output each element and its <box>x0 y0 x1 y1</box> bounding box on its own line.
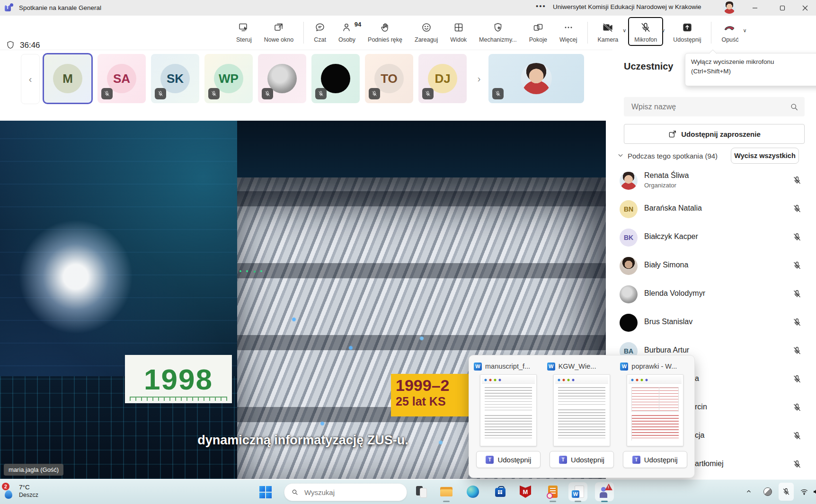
weather-widget[interactable]: 2 7°C Deszcz <box>3 483 38 499</box>
minimize-button[interactable] <box>744 0 766 16</box>
muted-mic-badge <box>492 88 504 99</box>
strip-tile[interactable]: SA <box>98 54 146 103</box>
maximize-button[interactable] <box>772 0 793 16</box>
nowe-okno-button[interactable]: Nowe okno <box>258 17 300 46</box>
muted-mic-badge <box>315 88 327 99</box>
steruj-button[interactable]: Steruj <box>230 17 258 46</box>
share-document-button[interactable]: T Udostępnij <box>623 451 687 468</box>
document-thumbnail[interactable] <box>553 374 610 446</box>
strip-tile[interactable] <box>258 54 306 103</box>
mic-options-chevron[interactable]: ∨ <box>661 27 665 34</box>
overlapping-windows-icon[interactable] <box>413 484 429 500</box>
strip-scroll-right[interactable]: › <box>471 54 487 103</box>
share-document-button[interactable]: T Udostępnij <box>550 451 614 468</box>
file-explorer-icon[interactable] <box>438 484 454 500</box>
teams-taskbar-icon[interactable] <box>595 482 614 501</box>
participant-row[interactable]: Biały Simona <box>612 252 816 280</box>
hang-up-icon <box>724 22 736 35</box>
participant-muted-mic-icon[interactable] <box>792 460 802 471</box>
word-icon: W <box>620 363 628 371</box>
tray-volume-icon[interactable] <box>810 479 816 504</box>
teams-icon: T <box>632 456 640 464</box>
participant-muted-mic-icon[interactable] <box>792 318 802 329</box>
strip-scroll-left[interactable]: ‹ <box>21 54 40 104</box>
document-card[interactable]: W manuscript_f... T Udostępnij <box>474 360 543 473</box>
word-taskbar-icon[interactable]: W <box>568 482 587 501</box>
share-invite-button[interactable]: Udostępnij zaproszenie <box>624 124 805 144</box>
edge-browser-icon[interactable] <box>465 484 481 500</box>
participant-search[interactable] <box>624 97 805 116</box>
participant-muted-mic-icon[interactable] <box>792 431 802 442</box>
mechanizmy-button[interactable]: Mechanizmy... <box>473 17 523 46</box>
kamera-button[interactable]: Kamera <box>592 17 625 46</box>
section-collapse-chevron[interactable] <box>617 152 624 160</box>
participant-muted-mic-icon[interactable] <box>792 176 802 187</box>
camera-options-chevron[interactable]: ∨ <box>622 27 626 34</box>
microsoft-store-icon[interactable] <box>492 484 508 500</box>
toolbar-divider <box>303 22 304 44</box>
zareaguj-button[interactable]: Zareaguj <box>408 17 444 46</box>
breakout-rooms-icon <box>532 22 544 35</box>
presenter-name-chip: maria.jagla (Gość) <box>4 464 63 476</box>
strip-tile[interactable]: TO <box>365 54 413 103</box>
weather-desc: Deszcz <box>19 492 38 498</box>
udostepnij-button[interactable]: Udostępnij <box>667 17 707 46</box>
muted-mic-badge <box>155 88 166 99</box>
document-thumbnail[interactable] <box>627 374 683 446</box>
weather-rain-icon: 2 <box>3 483 15 499</box>
opusc-button[interactable]: Opuść <box>715 17 745 46</box>
participant-muted-mic-icon[interactable] <box>792 403 802 414</box>
meeting-toolbar: 36:46 Steruj Nowe okno Czat 94 Osoby <box>0 16 816 50</box>
share-document-button[interactable]: T Udostępnij <box>476 451 541 468</box>
strip-tile[interactable]: DJ <box>418 54 467 103</box>
participant-row[interactable]: BN Barańska Natalia <box>612 195 816 223</box>
strip-tile[interactable] <box>311 54 360 103</box>
podnies-reke-button[interactable]: Podnieś rękę <box>362 17 408 46</box>
mute-all-button[interactable]: Wycisz wszystkich <box>731 148 799 164</box>
czat-button[interactable]: Czat <box>308 17 332 46</box>
year-1998-overlay: 1998 <box>125 355 232 403</box>
close-button[interactable] <box>794 0 816 16</box>
tray-status-circle-icon[interactable] <box>761 479 774 504</box>
strip-tile[interactable]: SK <box>151 54 199 103</box>
tooltip-line2: (Ctrl+Shift+M) <box>691 67 816 76</box>
mcafee-icon[interactable]: M <box>517 484 533 500</box>
user-avatar[interactable] <box>723 1 736 14</box>
mikrofon-button[interactable]: Mikrofon <box>628 17 663 46</box>
participant-avatar: BK <box>620 229 638 247</box>
teams-icon: T <box>486 456 494 464</box>
document-card[interactable]: W poprawki - W... T Udostępnij <box>620 360 690 473</box>
document-card[interactable]: W KGW_Wie... T Udostępnij <box>547 360 617 473</box>
windows-taskbar: 2 7°C Deszcz <box>0 479 816 504</box>
teams-app-icon <box>5 3 14 13</box>
wiecej-button[interactable]: Więcej <box>553 17 584 46</box>
strip-tile[interactable]: M <box>44 54 92 103</box>
document-thumbnail[interactable] <box>480 374 537 446</box>
participant-row[interactable]: BK Białczyk Kacper <box>612 223 816 252</box>
widok-button[interactable]: Widok <box>444 17 473 46</box>
running-indicator <box>443 501 450 502</box>
participant-row[interactable]: Blenda Volodymyr <box>612 280 816 309</box>
document-search-icon[interactable] <box>545 484 561 500</box>
participant-muted-mic-icon[interactable] <box>792 204 802 215</box>
participant-muted-mic-icon[interactable] <box>792 374 802 386</box>
pokoje-button[interactable]: Pokoje <box>523 17 553 46</box>
start-button[interactable] <box>259 486 272 498</box>
tray-wifi-icon[interactable] <box>798 479 810 504</box>
tray-chevron-up[interactable] <box>742 479 755 504</box>
strip-tile[interactable]: WP <box>204 54 253 103</box>
osoby-button[interactable]: 94 Osoby <box>332 17 362 46</box>
leave-options-chevron[interactable]: ∨ <box>743 27 747 34</box>
participant-muted-mic-icon[interactable] <box>792 289 802 301</box>
participant-muted-mic-icon[interactable] <box>792 261 802 272</box>
participant-muted-mic-icon[interactable] <box>792 346 802 357</box>
taskbar-search-input[interactable] <box>303 488 390 497</box>
taskbar-search[interactable] <box>284 483 407 501</box>
participant-muted-mic-icon[interactable] <box>792 232 802 244</box>
participant-row[interactable]: Renata Śliwa Organizator <box>612 167 816 195</box>
presenter-video-tile[interactable] <box>488 54 584 103</box>
titlebar-overflow-menu[interactable]: ••• <box>536 2 546 10</box>
tray-mic-muted-icon[interactable] <box>778 479 794 504</box>
participant-row[interactable]: Brus Stanislav <box>612 309 816 337</box>
search-input[interactable] <box>630 102 789 112</box>
